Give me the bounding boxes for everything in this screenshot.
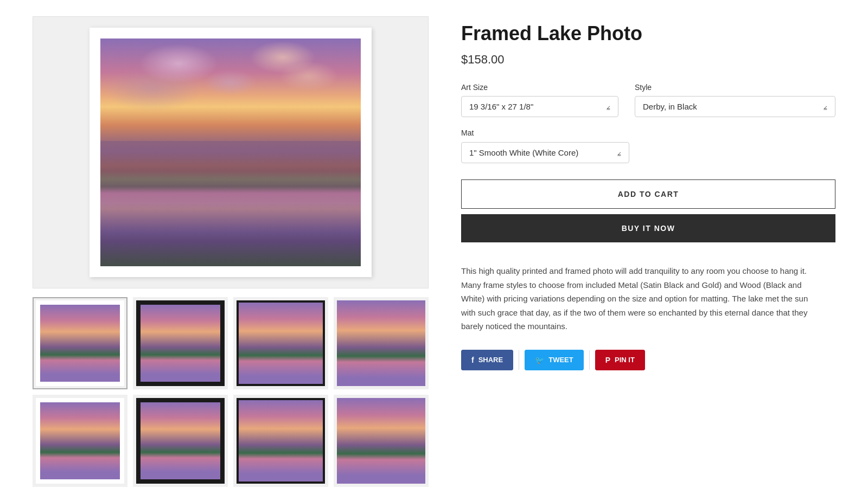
thumb-frame-5 (36, 398, 124, 484)
style-value: Derby, in Black (643, 102, 697, 111)
mat-label: Mat (461, 129, 474, 137)
mat-group: Mat 1" Smooth White (White Core) ⦤ (461, 128, 835, 163)
style-label: Style (635, 83, 835, 92)
art-size-group: Art Size 19 3/16" x 27 1/8" ⦤ (461, 83, 618, 117)
mat-chevron-icon: ⦤ (617, 149, 621, 157)
thumb-frame-8 (337, 398, 425, 484)
thumbnail-grid (33, 297, 429, 487)
social-share: f SHARE 🐦 TWEET P PIN IT (461, 350, 835, 370)
thumbnail-6[interactable] (133, 395, 228, 487)
left-panel (33, 16, 429, 487)
right-panel: Framed Lake Photo $158.00 Art Size 19 3/… (461, 16, 835, 487)
thumb-frame-2 (136, 300, 224, 386)
thumb-frame-7 (237, 398, 324, 484)
thumb-photo-4 (337, 300, 425, 386)
thumb-frame-1 (36, 300, 124, 386)
pinterest-share-button[interactable]: P PIN IT (595, 350, 645, 370)
thumbnail-8[interactable] (334, 395, 429, 487)
buy-it-now-button[interactable]: BUY IT NOW (461, 214, 835, 242)
style-chevron-icon: ⦤ (824, 103, 827, 111)
thumbnail-5[interactable] (33, 395, 127, 487)
main-image-wrapper (33, 16, 429, 288)
add-to-cart-button[interactable]: ADD TO CART (461, 179, 835, 209)
style-group: Style Derby, in Black ⦤ (635, 83, 835, 117)
thumbnail-1[interactable] (33, 297, 127, 389)
thumbnail-7[interactable] (233, 395, 328, 487)
twitter-share-label: TWEET (548, 356, 573, 364)
share-separator-2 (589, 350, 590, 370)
thumb-frame-3 (237, 300, 324, 386)
thumb-photo-8 (337, 398, 425, 484)
thumb-frame-4 (337, 300, 425, 386)
product-title: Framed Lake Photo (461, 22, 835, 45)
art-size-label: Art Size (461, 83, 618, 92)
twitter-icon: 🐦 (535, 356, 544, 364)
facebook-icon: f (471, 356, 474, 364)
thumbnail-2[interactable] (133, 297, 228, 389)
style-select[interactable]: Derby, in Black ⦤ (635, 96, 835, 117)
main-image-frame (90, 28, 372, 277)
thumb-photo-3 (239, 303, 322, 384)
mat-select-wrapper: 1" Smooth White (White Core) ⦤ (461, 142, 629, 163)
thumb-photo-6 (141, 402, 220, 479)
pinterest-icon: P (605, 356, 610, 364)
twitter-share-button[interactable]: 🐦 TWEET (525, 350, 584, 370)
thumb-photo-7 (239, 400, 322, 481)
facebook-share-button[interactable]: f SHARE (461, 350, 513, 370)
thumb-photo-2 (141, 305, 220, 382)
art-size-value: 19 3/16" x 27 1/8" (469, 102, 533, 111)
thumbnail-4[interactable] (334, 297, 429, 389)
product-price: $158.00 (461, 53, 835, 67)
thumbnail-3[interactable] (233, 297, 328, 389)
main-photo (100, 38, 361, 266)
pinterest-share-label: PIN IT (615, 356, 635, 364)
art-size-select[interactable]: 19 3/16" x 27 1/8" ⦤ (461, 96, 618, 117)
mat-value: 1" Smooth White (White Core) (469, 148, 578, 157)
thumb-photo-5 (40, 402, 119, 479)
share-separator-1 (519, 350, 519, 370)
mat-select[interactable]: 1" Smooth White (White Core) ⦤ (461, 142, 629, 163)
product-description: This high quality printed and framed pho… (461, 264, 808, 333)
page-container: Framed Lake Photo $158.00 Art Size 19 3/… (0, 0, 868, 488)
photo-clouds (100, 38, 361, 164)
thumb-photo-1 (40, 305, 119, 382)
facebook-share-label: SHARE (478, 356, 503, 364)
art-size-chevron-icon: ⦤ (607, 103, 610, 111)
options-row-1: Art Size 19 3/16" x 27 1/8" ⦤ Style Derb… (461, 83, 835, 117)
thumb-frame-6 (136, 398, 224, 484)
